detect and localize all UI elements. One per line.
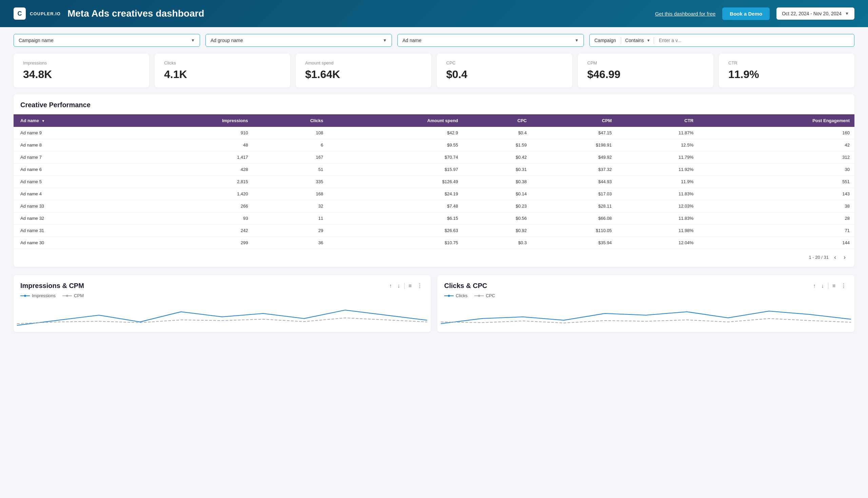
clicks-cell: 51 xyxy=(253,163,328,176)
ad-name-cell: Ad name 6 xyxy=(14,163,134,176)
chart-more-button-2[interactable]: ⋮ xyxy=(840,282,847,290)
ctr-cell: 12.03% xyxy=(616,200,698,212)
col-cpc[interactable]: CPC xyxy=(463,114,531,127)
prev-page-button[interactable]: ‹ xyxy=(832,253,838,262)
clicks-cpc-chart-title: Clicks & CPC xyxy=(444,282,812,290)
chart-filter-button[interactable]: ≡ xyxy=(407,282,413,290)
col-ctr[interactable]: CTR xyxy=(616,114,698,127)
col-cpm[interactable]: CPM xyxy=(531,114,616,127)
pagination: 1 - 20 / 31 ‹ › xyxy=(14,249,854,264)
date-range-picker[interactable]: Oct 22, 2024 - Nov 20, 2024 ▼ xyxy=(776,8,854,20)
stat-value: 4.1K xyxy=(164,68,281,81)
amount-spend-cell: $9.55 xyxy=(328,139,463,151)
cpm-cell: $35.94 xyxy=(531,237,616,249)
col-ad-name[interactable]: Ad name ▼ xyxy=(14,114,134,127)
stat-label: Clicks xyxy=(164,61,281,65)
chart-action-divider-2 xyxy=(828,283,828,289)
ctr-cell: 11.9% xyxy=(616,176,698,188)
chart-up-button-2[interactable]: ↑ xyxy=(812,282,817,290)
cpc-cell: $1.59 xyxy=(463,139,531,151)
clicks-cpc-chart-card: Clicks & CPC ↑ ↓ ≡ ⋮ Clicks xyxy=(437,275,854,332)
table-row: Ad name 30 299 36 $10.75 $0.3 $35.94 12.… xyxy=(14,237,854,249)
impressions-cpm-chart-header: Impressions & CPM ↑ ↓ ≡ ⋮ xyxy=(14,282,431,293)
table-row: Ad name 5 2,815 335 $126.49 $0.38 $44.93… xyxy=(14,176,854,188)
cpc-cell: $0.4 xyxy=(463,127,531,139)
impressions-cell: 242 xyxy=(134,225,253,237)
clicks-cell: 167 xyxy=(253,151,328,163)
logo[interactable]: C COUPLER.IO xyxy=(14,8,61,20)
impressions-cell: 48 xyxy=(134,139,253,151)
clicks-cpc-chart-header: Clicks & CPC ↑ ↓ ≡ ⋮ xyxy=(437,282,854,293)
impressions-cell: 1,420 xyxy=(134,188,253,200)
filter-condition-label[interactable]: Contains xyxy=(623,34,646,47)
cpc-cell: $0.56 xyxy=(463,212,531,225)
clicks-cpc-legend: Clicks CPC xyxy=(437,293,854,302)
stat-label: Impressions xyxy=(23,61,140,65)
chart-down-button[interactable]: ↓ xyxy=(396,282,401,290)
campaign-name-filter[interactable]: Campaign name ▼ xyxy=(14,34,200,47)
creative-performance-section: Creative Performance Ad name ▼ Impressio… xyxy=(14,94,854,267)
ad-name-cell: Ad name 5 xyxy=(14,176,134,188)
table-row: Ad name 32 93 11 $6.15 $0.56 $66.08 11.8… xyxy=(14,212,854,225)
cpm-legend-label: CPM xyxy=(74,293,84,298)
next-page-button[interactable]: › xyxy=(842,253,847,262)
ad-name-cell: Ad name 4 xyxy=(14,188,134,200)
ad-name-filter[interactable]: Ad name ▼ xyxy=(397,34,584,47)
chart-more-button[interactable]: ⋮ xyxy=(416,282,424,290)
post-engagement-cell: 551 xyxy=(698,176,854,188)
stat-value: $46.99 xyxy=(587,68,704,81)
ad-name-cell: Ad name 7 xyxy=(14,151,134,163)
ctr-cell: 11.83% xyxy=(616,212,698,225)
legend-clicks: Clicks xyxy=(444,293,468,298)
table-row: Ad name 7 1,417 167 $70.74 $0.42 $49.92 … xyxy=(14,151,854,163)
book-demo-button[interactable]: Book a Demo xyxy=(722,8,770,20)
clicks-cell: 168 xyxy=(253,188,328,200)
col-post-engagement[interactable]: Post Engagement xyxy=(698,114,854,127)
table-body: Ad name 9 910 108 $42.9 $0.4 $47.15 11.8… xyxy=(14,127,854,249)
chart-up-button[interactable]: ↑ xyxy=(388,282,393,290)
post-engagement-cell: 71 xyxy=(698,225,854,237)
impressions-cpm-svg xyxy=(17,305,427,329)
cpm-cell: $37.32 xyxy=(531,163,616,176)
amount-spend-cell: $10.75 xyxy=(328,237,463,249)
clicks-legend-label: Clicks xyxy=(456,293,468,298)
filter-value-input[interactable] xyxy=(655,34,854,47)
campaign-name-label: Campaign name xyxy=(19,38,54,43)
post-engagement-cell: 144 xyxy=(698,237,854,249)
svg-point-3 xyxy=(66,295,68,297)
cpm-cell: $110.05 xyxy=(531,225,616,237)
get-free-link[interactable]: Get this dashboard for free xyxy=(655,11,716,17)
date-range-value: Oct 22, 2024 - Nov 20, 2024 xyxy=(782,11,842,16)
cpm-cell: $66.08 xyxy=(531,212,616,225)
stat-value: 34.8K xyxy=(23,68,140,81)
amount-spend-cell: $42.9 xyxy=(328,127,463,139)
clicks-cpc-svg xyxy=(441,305,851,329)
col-clicks[interactable]: Clicks xyxy=(253,114,328,127)
cpc-cell: $0.31 xyxy=(463,163,531,176)
col-amount-spend[interactable]: Amount spend xyxy=(328,114,463,127)
page-title: Meta Ads creatives dashboard xyxy=(67,8,204,19)
chart-down-button-2[interactable]: ↓ xyxy=(820,282,825,290)
clicks-cell: 29 xyxy=(253,225,328,237)
impressions-cpm-chart-card: Impressions & CPM ↑ ↓ ≡ ⋮ Impressions xyxy=(14,275,431,332)
stat-value: $0.4 xyxy=(446,68,563,81)
impressions-cell: 428 xyxy=(134,163,253,176)
chart-action-divider xyxy=(404,283,404,289)
chart-filter-button-2[interactable]: ≡ xyxy=(831,282,837,290)
ad-group-name-filter[interactable]: Ad group name ▼ xyxy=(205,34,392,47)
cpm-legend-line-icon xyxy=(62,294,72,298)
stat-value: $1.64K xyxy=(305,68,422,81)
impressions-cell: 299 xyxy=(134,237,253,249)
impressions-cell: 910 xyxy=(134,127,253,139)
table-row: Ad name 8 48 6 $9.55 $1.59 $198.91 12.5%… xyxy=(14,139,854,151)
campaign-name-arrow-icon: ▼ xyxy=(191,38,195,43)
stat-card-cpc: CPC $0.4 xyxy=(437,54,572,88)
amount-spend-cell: $24.19 xyxy=(328,188,463,200)
impressions-legend-line-icon xyxy=(21,294,30,298)
sort-icon: ▼ xyxy=(42,119,45,123)
stat-card-amount-spend: Amount spend $1.64K xyxy=(296,54,431,88)
date-picker-arrow-icon: ▼ xyxy=(845,11,849,16)
col-impressions[interactable]: Impressions xyxy=(134,114,253,127)
chart-actions-right: ↑ ↓ ≡ ⋮ xyxy=(812,282,847,290)
clicks-cell: 6 xyxy=(253,139,328,151)
